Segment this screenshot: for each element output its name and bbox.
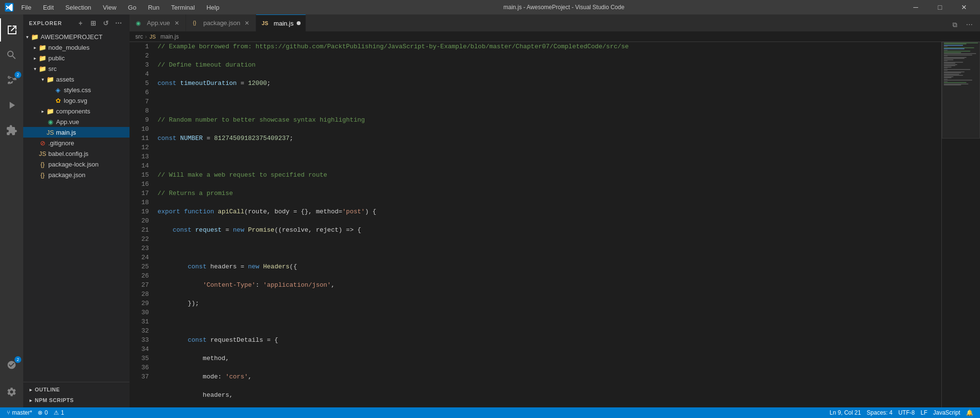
npm-scripts-arrow: ▸ [27,396,35,404]
sidebar-bottom: ▸ OUTLINE ▸ NPM SCRIPTS [23,382,130,407]
breadcrumb-src[interactable]: src [135,33,143,40]
outline-arrow: ▸ [27,386,35,393]
package-json-label: package.json [48,171,86,179]
outline-section[interactable]: ▸ OUTLINE [23,384,130,395]
line-16 [158,317,941,326]
menu-edit[interactable]: Edit [39,3,58,12]
git-branch-status[interactable]: ⑂ master* [4,407,35,418]
tree-package-lock[interactable]: ▸ {} package-lock.json [23,159,130,169]
menu-selection[interactable]: Selection [61,3,95,12]
warnings-icon: ⚠ [54,409,59,416]
json-file-icon: {} [39,171,46,179]
menu-terminal[interactable]: Terminal [167,3,199,12]
npm-scripts-label: NPM SCRIPTS [35,397,74,403]
git-branch-label: master* [12,409,32,416]
tab-app-vue[interactable]: ◉ App.vue ✕ [130,14,186,31]
tab-main-js[interactable]: JS main.js [256,14,305,31]
git-branch-icon: ⑂ [7,409,10,416]
breadcrumb-main-js[interactable]: main.js [160,33,179,40]
cursor-position-status[interactable]: Ln 9, Col 21 [827,407,864,418]
tree-babel-config[interactable]: ▸ JS babel.config.js [23,148,130,159]
line-6: const NUMBER = 81274509182375409237; [158,134,941,143]
new-file-icon[interactable]: + [75,18,86,28]
menu-go[interactable]: Go [124,3,140,12]
tab-package-json[interactable]: {} package.json ✕ [186,14,257,31]
tree-app-vue[interactable]: ▸ ◉ App.vue [23,116,130,127]
more-actions-button[interactable]: ⋯ [963,18,976,31]
split-editor-button[interactable]: ⧉ [948,18,962,31]
tree-assets[interactable]: ▾ 📁 assets [23,74,130,84]
menu-help[interactable]: Help [202,3,223,12]
breadcrumb: src › JS main.js [130,31,980,42]
line-5: // Random number to better showcase synt… [158,115,941,125]
vscode-logo [5,3,14,12]
line-3: const timeoutDuration = 12000; [158,79,941,88]
menu-run[interactable]: Run [144,3,163,12]
outline-label: OUTLINE [35,387,60,392]
tree-logo-svg[interactable]: ▸ ✿ logo.svg [23,95,130,106]
tab-app-vue-close[interactable]: ✕ [173,19,181,27]
remote-icon[interactable]: 2 [0,353,23,376]
warnings-status[interactable]: ⚠ 1 [51,407,67,418]
language-mode-label: JavaScript [933,409,960,416]
line-2: // Define timeout duration [158,60,941,70]
public-label: public [48,55,65,62]
errors-status[interactable]: ⊗ 0 [35,407,51,418]
json-file-icon: {} [39,160,46,168]
minimize-button[interactable]: ─ [905,0,927,14]
encoding-status[interactable]: UTF-8 [895,407,918,418]
errors-count: 0 [44,409,48,416]
project-label: AWESOMEPROJECT [41,33,102,41]
tree-main-js[interactable]: ▸ JS main.js [23,127,130,138]
line-ending-status[interactable]: LF [918,407,930,418]
close-button[interactable]: ✕ [953,0,975,14]
line-numbers: 12345 678910 1112131415 1617181920 21222… [130,42,154,407]
tree-gitignore[interactable]: ▸ ⊘ .gitignore [23,138,130,148]
new-folder-icon[interactable]: ⊞ [88,18,99,28]
language-mode-status[interactable]: JavaScript [930,407,963,418]
folder-icon: 📁 [39,43,46,51]
title-bar-left: File Edit Selection View Go Run Terminal… [5,3,223,12]
minimap-viewport[interactable] [942,42,980,139]
notifications-status[interactable]: 🔔 [963,407,976,418]
refresh-icon[interactable]: ↺ [101,18,111,28]
tree-package-json[interactable]: ▸ {} package.json [23,169,130,180]
babel-config-label: babel.config.js [48,150,88,157]
maximize-button[interactable]: □ [929,0,951,14]
app-vue-label: App.vue [56,118,79,125]
run-debug-activity-icon[interactable] [0,94,23,117]
components-label: components [56,108,90,115]
tree-src[interactable]: ▾ 📁 src [23,63,130,74]
folder-icon: 📁 [39,65,46,72]
tab-bar: ◉ App.vue ✕ {} package.json ✕ JS main.js… [130,14,980,31]
tree-styles-css[interactable]: ▸ ◈ styles.css [23,84,130,95]
search-activity-icon[interactable] [0,43,23,67]
menu-view[interactable]: View [99,3,120,12]
vue-tab-icon: ◉ [134,19,142,27]
npm-scripts-section[interactable]: ▸ NPM SCRIPTS [23,395,130,405]
sidebar-header: EXPLORER + ⊞ ↺ ⋯ [23,14,130,31]
node-modules-label: node_modules [48,44,89,51]
file-tree[interactable]: ▾ 📁 AWESOMEPROJECT ▸ 📁 node_modules ▸ 📁 … [23,31,130,382]
code-editor: 12345 678910 1112131415 1617181920 21222… [130,42,980,407]
tree-public[interactable]: ▸ 📁 public [23,53,130,63]
extensions-activity-icon[interactable] [0,119,23,142]
menu-file[interactable]: File [17,3,35,12]
code-content[interactable]: // Example borrowed from: https://github… [154,42,941,407]
project-root[interactable]: ▾ 📁 AWESOMEPROJECT [23,31,130,42]
git-file-icon: ⊘ [39,139,46,147]
settings-activity-icon[interactable] [0,380,23,404]
collapse-all-icon[interactable]: ⋯ [113,18,124,28]
indentation-status[interactable]: Spaces: 4 [864,407,895,418]
source-control-activity-icon[interactable]: 2 [0,69,23,92]
explorer-activity-icon[interactable] [0,18,23,42]
line-20: headers, [158,390,941,400]
src-label: src [48,65,57,72]
folder-icon: 📁 [31,33,39,41]
tree-components[interactable]: ▸ 📁 components [23,106,130,116]
tree-node-modules[interactable]: ▸ 📁 node_modules [23,42,130,53]
tab-package-json-close[interactable]: ✕ [243,19,251,27]
line-7 [158,152,941,161]
styles-css-label: styles.css [64,86,91,94]
cursor-position-label: Ln 9, Col 21 [830,409,861,416]
